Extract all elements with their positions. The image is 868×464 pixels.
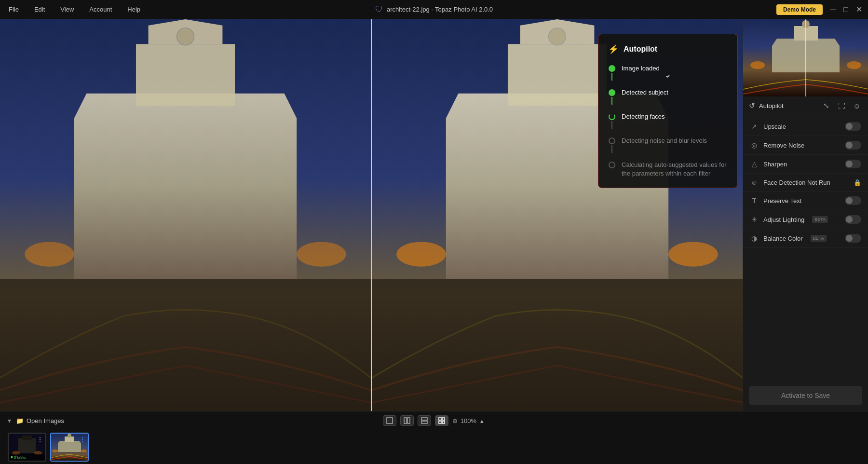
filter-preserve-text[interactable]: T Preserve Text — [743, 191, 868, 210]
titlebar-right: Demo Mode ─ □ ✕ — [776, 4, 862, 15]
svg-rect-2 — [136, 44, 235, 106]
svg-point-14 — [668, 242, 718, 266]
close-button[interactable]: ✕ — [856, 6, 862, 14]
right-panel: ↺ Autopilot ⤡ ⛶ ☺ ↗ Upscale — [743, 19, 868, 411]
autopilot-step-detecting-faces: Detecting faces — [608, 112, 728, 136]
minimize-button[interactable]: ─ — [830, 6, 836, 14]
step-line-3 — [611, 121, 612, 129]
main-content: ⚡ Autopilot I — [0, 19, 868, 411]
remove-noise-toggle[interactable] — [845, 141, 861, 150]
svg-rect-30 — [439, 421, 441, 423]
autopilot-step-detecting-noise: Detecting noise and blur levels — [608, 136, 728, 161]
autopilot-header: ⚡ Autopilot — [608, 44, 728, 55]
menu-item-account[interactable]: Account — [86, 4, 115, 15]
svg-rect-33 — [18, 438, 36, 453]
autopilot-steps: Image loaded Detected subject — [608, 64, 728, 178]
svg-point-5 — [25, 242, 74, 266]
fullscreen-icon[interactable]: ⛶ — [836, 100, 847, 111]
svg-point-4 — [177, 28, 194, 45]
zoom-display: ⊕ 100% — [452, 417, 476, 424]
autopilot-popup: ⚡ Autopilot I — [598, 34, 738, 188]
adjust-lighting-icon: ☀ — [750, 216, 759, 223]
svg-rect-15 — [372, 279, 743, 411]
upscale-icon: ↗ — [750, 123, 759, 130]
svg-rect-25 — [407, 418, 410, 423]
view-split-v-button[interactable] — [418, 415, 431, 426]
menu-item-edit[interactable]: Edit — [31, 4, 48, 15]
svg-point-6 — [297, 242, 346, 266]
balance-color-toggle[interactable] — [845, 234, 861, 243]
svg-rect-28 — [439, 418, 441, 420]
filmstrip-indicator-circle: ○ — [19, 454, 21, 459]
autopilot-popup-title: Autopilot — [624, 45, 657, 54]
menu-item-help[interactable]: Help — [124, 4, 143, 15]
activate-to-save-button[interactable]: Activate to Save — [749, 386, 862, 405]
filter-upscale[interactable]: ↗ Upscale — [743, 117, 868, 136]
svg-marker-11 — [520, 19, 595, 44]
filmstrip-menu-icon-1[interactable]: ⋮ — [37, 436, 43, 443]
menu-item-file[interactable]: File — [6, 4, 22, 15]
expand-button[interactable]: ▴ — [480, 417, 484, 424]
filmstrip-menu-icon-2[interactable]: ⋮ — [79, 436, 86, 443]
preserve-text-icon: T — [750, 197, 759, 205]
svg-point-40 — [68, 434, 71, 437]
filter-preserve-text-label: Preserve Text — [763, 197, 801, 205]
sharpen-toggle[interactable] — [845, 160, 861, 168]
app-icon: 🛡 — [375, 5, 383, 14]
step-dot-pending-5 — [609, 162, 615, 168]
demo-mode-button[interactable]: Demo Mode — [776, 4, 823, 15]
maximize-button[interactable]: □ — [843, 6, 848, 14]
svg-point-13 — [396, 242, 446, 266]
filter-balance-color[interactable]: ◑ Balance Color BETA — [743, 229, 868, 248]
view-split-h-button[interactable] — [400, 415, 414, 426]
svg-rect-10 — [508, 44, 607, 106]
window-title: architect-22.jpg - Topaz Photo AI 2.0.0 — [387, 6, 493, 13]
filter-sharpen[interactable]: △ Sharpen — [743, 155, 868, 174]
filter-face-detection-label: Face Detection Not Run — [763, 179, 830, 186]
autopilot-bar-label[interactable]: Autopilot — [759, 102, 784, 109]
step-label-detecting-noise: Detecting noise and blur levels — [622, 136, 728, 145]
svg-rect-34 — [22, 436, 32, 440]
face-icon[interactable]: ☺ — [852, 100, 862, 111]
autopilot-lightning-icon: ⚡ — [608, 44, 619, 55]
collapse-button[interactable]: ▾ — [8, 417, 11, 424]
upscale-toggle[interactable] — [845, 122, 861, 131]
svg-rect-23 — [387, 418, 393, 423]
svg-rect-0 — [0, 19, 371, 411]
filmstrip-item-2[interactable]: ⋮ — [50, 433, 89, 462]
adjust-lighting-toggle[interactable] — [845, 215, 861, 224]
filmstrip-item-1[interactable]: ● 3 tasks ⋮ ● △ ○ — [8, 433, 46, 462]
titlebar-center: 🛡 architect-22.jpg - Topaz Photo AI 2.0.… — [375, 5, 493, 14]
step-line — [611, 73, 612, 81]
filmstrip: ● 3 tasks ⋮ ● △ ○ — [0, 430, 868, 464]
svg-rect-29 — [442, 418, 445, 420]
zoom-icon: ⊕ — [452, 417, 458, 424]
view-single-button[interactable] — [383, 415, 396, 426]
filter-face-detection[interactable]: ☺ Face Detection Not Run 🔒 — [743, 174, 868, 191]
balance-color-badge: BETA — [811, 235, 827, 242]
view-grid-button[interactable] — [435, 415, 448, 426]
canvas-area: ⚡ Autopilot I — [0, 19, 743, 411]
step-label-image-loaded: Image loaded — [622, 64, 728, 73]
step-dot-pending-4 — [609, 137, 615, 144]
step-label-detected-subject: Detected subject — [622, 88, 728, 97]
image-display: ⚡ Autopilot I — [0, 19, 743, 411]
open-images-button[interactable]: 📁 Open Images — [16, 417, 64, 424]
svg-point-21 — [847, 61, 861, 69]
svg-marker-1 — [74, 94, 297, 279]
filter-upscale-label: Upscale — [763, 123, 786, 130]
preserve-text-toggle[interactable] — [845, 196, 861, 205]
filter-remove-noise-label: Remove Noise — [763, 142, 804, 149]
filmstrip-indicator-green: ● — [11, 454, 13, 459]
svg-rect-26 — [421, 418, 427, 420]
step-label-calculating: Calculating auto-suggested values for th… — [622, 161, 728, 178]
autopilot-bar: ↺ Autopilot ⤡ ⛶ ☺ — [743, 96, 868, 115]
crop-icon[interactable]: ⤡ — [821, 100, 831, 111]
menu-item-view[interactable]: View — [57, 4, 77, 15]
titlebar: File Edit View Account Help 🛡 architect-… — [0, 0, 868, 19]
filter-remove-noise[interactable]: ◎ Remove Noise — [743, 136, 868, 155]
filter-adjust-lighting[interactable]: ☀ Adjust Lighting BETA — [743, 210, 868, 229]
adjust-lighting-badge: BETA — [812, 216, 828, 223]
step-label-detecting-faces: Detecting faces — [622, 112, 728, 121]
open-images-icon: 📁 — [16, 417, 24, 424]
